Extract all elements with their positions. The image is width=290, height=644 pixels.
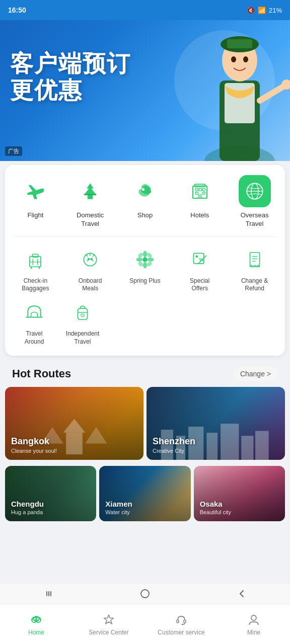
svg-point-14 (142, 188, 144, 191)
svg-line-37 (86, 254, 87, 256)
hot-routes-change-button[interactable]: Change > (233, 367, 278, 381)
nav-label-home: Home (28, 629, 44, 636)
svg-rect-52 (250, 253, 259, 267)
menu-item-change-refund[interactable]: Change &Refund (231, 245, 279, 293)
star-nav-icon (102, 613, 115, 626)
svg-text:%: % (199, 257, 203, 262)
wifi-icon: 📶 (258, 7, 266, 14)
svg-point-45 (146, 252, 153, 258)
svg-point-86 (182, 623, 183, 625)
svg-rect-85 (184, 620, 186, 623)
route-name-bangkok: Bangkok (11, 436, 57, 447)
route-card-bangkok[interactable]: Bangkok Cleanse your soul! (5, 387, 143, 460)
bottom-nav: Home Service Center Customer service (0, 604, 290, 644)
svg-point-41 (143, 262, 147, 269)
nav-item-customer-service[interactable]: Customer service (145, 609, 218, 640)
nav-label-customer-service: Customer service (158, 629, 204, 636)
menu-item-overseas-travel[interactable]: OverseasTravel (231, 175, 279, 228)
svg-point-82 (36, 617, 37, 619)
menu-item-shop[interactable]: Shop (121, 175, 169, 220)
nav-item-home[interactable]: Home (0, 609, 72, 640)
svg-rect-75 (50, 591, 51, 596)
route-card-shenzhen[interactable]: Shenzhen Creative City (147, 387, 285, 460)
route-name-xiamen: Xiamen (105, 500, 132, 508)
svg-point-39 (142, 257, 148, 262)
svg-point-35 (91, 258, 93, 260)
route-text-bangkok: Bangkok Cleanse your soul! (11, 436, 57, 454)
flower-icon (135, 250, 155, 269)
menu-item-checkin-baggages[interactable]: Check-inBaggages (11, 245, 59, 293)
menu-item-hotels[interactable]: Hotels (176, 175, 224, 220)
phone-nav-back[interactable] (235, 587, 249, 601)
person-nav-icon (247, 613, 260, 626)
route-sub-osaka: Beautiful city (200, 509, 231, 515)
menu-label-checkin-baggages: Check-inBaggages (22, 277, 49, 293)
menu-label-flight: Flight (27, 211, 43, 220)
svg-point-43 (148, 258, 154, 262)
mute-icon: 🔇 (247, 7, 255, 14)
menu-divider-1 (13, 236, 277, 237)
menu-label-domestic-travel: DomesticTravel (77, 211, 104, 228)
status-icons: 🔇 📶 21% (247, 7, 282, 14)
tag-icon: % (190, 250, 209, 269)
hotel-icon (189, 181, 210, 202)
svg-marker-65 (85, 427, 107, 444)
route-card-xiamen[interactable]: Xiamen Water city (99, 466, 190, 521)
svg-point-40 (143, 251, 147, 257)
menu-label-hotels: Hotels (190, 211, 209, 220)
route-text-chengdu: Chengdu Hug a panda (11, 500, 44, 515)
svg-rect-76 (141, 590, 149, 598)
route-text-osaka: Osaka Beautiful city (200, 500, 231, 515)
route-text-xiamen: Xiamen Water city (105, 500, 132, 515)
arch-icon (25, 303, 44, 322)
menu-item-independent-travel[interactable]: IndependentTravel (58, 298, 107, 346)
route-card-chengdu[interactable]: Chengdu Hug a panda (5, 466, 96, 521)
menu-item-domestic-travel[interactable]: DomesticTravel (66, 175, 114, 228)
menu-label-change-refund: Change &Refund (241, 277, 268, 293)
svg-point-34 (88, 258, 90, 260)
svg-rect-70 (221, 424, 239, 460)
nav-label-service-center: Service Center (89, 629, 128, 636)
svg-point-6 (231, 56, 236, 62)
svg-point-7 (243, 56, 248, 62)
phone-nav-lines[interactable] (41, 587, 55, 601)
menu-label-overseas-travel: OverseasTravel (241, 211, 269, 228)
svg-rect-17 (195, 189, 198, 191)
svg-rect-21 (202, 192, 205, 194)
svg-point-81 (37, 619, 39, 621)
route-name-shenzhen: Shenzhen (153, 436, 195, 447)
menu-item-spring-plus[interactable]: Spring Plus (121, 245, 169, 285)
hot-routes-change-label: Change > (240, 370, 271, 378)
hot-routes-title: Hot Routes (12, 367, 71, 380)
menu-item-onboard-meals[interactable]: OnboardMeals (66, 245, 114, 293)
menu-item-travel-around[interactable]: TravelAround (10, 298, 58, 346)
promo-banner[interactable]: 客户端预订 更优惠 广告 (0, 20, 290, 161)
headset-nav-icon (175, 613, 188, 626)
menu-item-special-offers[interactable]: % SpecialOffers (176, 245, 224, 293)
svg-line-38 (93, 254, 94, 256)
route-sub-xiamen: Water city (105, 509, 132, 515)
svg-marker-12 (87, 183, 94, 189)
svg-rect-22 (197, 194, 202, 198)
route-sub-bangkok: Cleanse your soul! (11, 448, 57, 454)
route-name-osaka: Osaka (200, 500, 231, 508)
menu-row-2: Check-inBaggages OnboardMeals (5, 245, 285, 298)
svg-rect-20 (195, 192, 198, 194)
svg-rect-69 (206, 433, 218, 460)
menu-label-independent-travel: IndependentTravel (66, 330, 100, 346)
banner-text: 客户端预订 更优惠 (10, 50, 131, 104)
phone-nav-bar (0, 584, 290, 604)
route-sub-chengdu: Hug a panda (11, 509, 44, 515)
phone-nav-home[interactable] (138, 587, 152, 601)
svg-rect-19 (202, 189, 205, 191)
svg-point-80 (34, 619, 36, 621)
nav-item-service-center[interactable]: Service Center (72, 609, 145, 640)
route-name-chengdu: Chengdu (11, 500, 44, 508)
svg-rect-26 (30, 256, 41, 267)
nav-label-mine: Mine (247, 629, 260, 636)
status-bar: 16:50 🔇 📶 21% (0, 0, 290, 20)
route-card-osaka[interactable]: Osaka Beautiful city (194, 466, 285, 521)
nav-item-mine[interactable]: Mine (218, 609, 290, 640)
menu-item-flight[interactable]: Flight (11, 175, 59, 220)
svg-rect-61 (81, 314, 84, 316)
